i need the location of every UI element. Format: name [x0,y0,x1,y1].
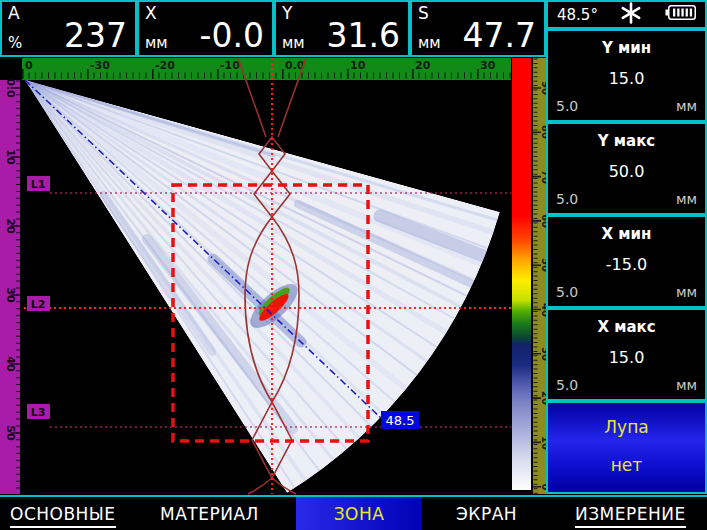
measure-cell-amplitude: A % 237 [0,0,137,57]
svg-text:48.5: 48.5 [386,413,415,428]
svg-text:L3: L3 [31,406,46,419]
magnifier-title: Лупа [548,417,705,437]
param-cell-x-max[interactable]: X макс 15.0 5.0 мм [546,308,707,401]
param-step: 5.0 [556,98,578,114]
param-title: Y мин [548,39,705,57]
svg-text:50: 50 [540,258,546,272]
svg-text:90: 90 [540,81,546,95]
measure-value: -0.0 [200,17,264,55]
svg-text:0: 0 [25,59,33,72]
magnifier-value: нет [548,455,705,475]
svg-text:20: 20 [415,59,431,72]
measure-cell-y: Y мм 31.6 [274,0,410,57]
param-title: Y макс [548,132,705,150]
svg-text:30: 30 [540,347,546,361]
svg-text:30: 30 [480,59,496,72]
svg-text:20: 20 [540,391,546,405]
x-ruler: 0 -30 -20 -10 0.0 10 20 30 [22,58,511,80]
measure-label: Y [282,3,292,23]
svg-text:20: 20 [4,218,17,234]
param-value: 15.0 [548,348,705,367]
param-title: X мин [548,225,705,243]
amplitude-colorbar [512,58,531,490]
param-unit: мм [676,98,697,114]
svg-text:-20: -20 [155,59,175,72]
svg-text:60: 60 [540,214,546,228]
param-title: X макс [548,318,705,336]
measure-value: 237 [64,17,127,55]
svg-text:-10: -10 [220,59,240,72]
menu-item-material[interactable]: МАТЕРИАЛ [160,504,259,524]
param-unit: мм [676,191,697,207]
svg-text:30: 30 [4,287,17,303]
measure-cell-s: S мм 47.7 [410,0,546,57]
param-value: 50.0 [548,162,705,181]
measure-label: S [418,3,429,23]
depth-ruler: 0.0 10 20 30 40 50 [0,78,20,494]
menu-item-izmerenie[interactable]: ИЗМЕРЕНИЕ [575,504,686,528]
svg-text:10: 10 [350,59,366,72]
param-value: -15.0 [548,255,705,274]
svg-text:-30: -30 [90,59,110,72]
amplitude-ruler: 90 80 70 60 50 40 30 20 10 0 [533,58,546,494]
param-step: 5.0 [556,191,578,207]
param-step: 5.0 [556,284,578,300]
measure-unit: % [8,34,22,52]
param-value: 15.0 [548,69,705,88]
measure-label: X [145,3,157,23]
magnifier-cell[interactable]: Лупа нет [546,401,707,494]
measure-value: 31.6 [327,17,400,55]
measure-unit: мм [145,34,168,52]
menu-item-ekran[interactable]: ЭКРАН [456,504,517,524]
svg-text:0.0: 0.0 [4,78,17,98]
measure-value: 47.7 [463,17,536,55]
svg-text:L1: L1 [31,178,46,191]
param-unit: мм [676,284,697,300]
svg-text:40: 40 [540,303,546,317]
svg-text:70: 70 [540,170,546,184]
svg-text:L2: L2 [31,298,46,311]
param-cell-y-min[interactable]: Y мин 15.0 5.0 мм [546,29,707,122]
svg-text:0: 0 [540,484,546,491]
measure-cell-x: X мм -0.0 [137,0,274,57]
param-step: 5.0 [556,377,578,393]
menu-item-osnovnye[interactable]: ОСНОВНЫЕ [10,504,116,528]
svg-text:10: 10 [4,149,17,165]
param-cell-y-max[interactable]: Y макс 50.0 5.0 мм [546,122,707,215]
probe-angle: 48.5° [557,6,598,24]
measure-unit: мм [418,34,441,52]
battery-icon [665,5,696,24]
asterisk-icon [620,2,642,28]
status-cell: 48.5° [546,0,707,29]
param-unit: мм [676,377,697,393]
param-cell-x-min[interactable]: X мин -15.0 5.0 мм [546,215,707,308]
menu-item-zona[interactable]: ЗОНА [296,497,422,530]
svg-text:50: 50 [4,425,17,441]
sector-scan: 0 -30 -20 -10 0.0 10 20 30 0.0 10 20 30 … [0,57,546,495]
measure-unit: мм [282,34,305,52]
svg-text:40: 40 [4,356,17,372]
svg-text:10: 10 [540,436,546,450]
measure-label: A [8,3,20,23]
beam-angle-label: 48.5 [381,411,419,429]
menu-bar: ОСНОВНЫЕ МАТЕРИАЛ ЗОНА ЭКРАН ИЗМЕРЕНИЕ [0,495,707,530]
svg-text:80: 80 [540,125,546,139]
menu-item-zona-label: ЗОНА [334,504,385,524]
